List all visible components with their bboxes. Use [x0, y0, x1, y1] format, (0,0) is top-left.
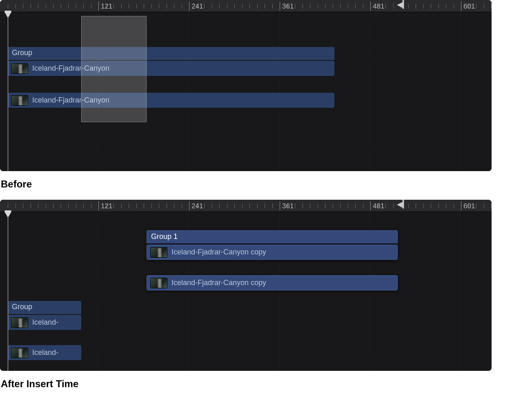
- ruler-tick-label: 481: [373, 2, 384, 11]
- timeline-ruler[interactable]: 121241361481601: [0, 200, 492, 212]
- clip-thumbnail: [11, 317, 28, 328]
- clip-thumbnail: [11, 95, 28, 106]
- group-header[interactable]: Group: [8, 47, 334, 60]
- clip-copy-2[interactable]: Iceland-Fjadrar-Canyon copy: [147, 275, 398, 290]
- ruler-tick-label: 601: [463, 2, 475, 11]
- out-point-marker-icon[interactable]: ◀▎: [397, 201, 408, 208]
- clip-thumbnail: [150, 278, 167, 288]
- ruler-tick-label: 361: [282, 2, 294, 11]
- clip-label: Iceland-Fjadrar-Canyon: [32, 64, 109, 73]
- playhead-head-icon[interactable]: [5, 212, 11, 218]
- group1-header[interactable]: Group 1: [147, 230, 398, 243]
- clip-label: Iceland-Fjadrar-Canyon: [32, 96, 109, 105]
- ruler-tick-label: 361: [282, 202, 294, 210]
- ruler-tick-label: 601: [463, 202, 475, 210]
- out-point-marker-icon[interactable]: ◀▎: [397, 1, 408, 8]
- playhead[interactable]: [8, 212, 8, 371]
- clip-thumbnail: [11, 63, 28, 74]
- clip-thumbnail: [150, 247, 167, 258]
- caption-before: Before: [0, 171, 532, 200]
- group-label: Group: [12, 303, 32, 311]
- ruler-tick-label: 121: [101, 202, 112, 210]
- clip-original-2[interactable]: Iceland-: [8, 345, 81, 360]
- clip-copy-1[interactable]: Iceland-Fjadrar-Canyon copy: [147, 245, 398, 260]
- clip-label: Iceland-: [32, 318, 58, 327]
- playhead[interactable]: [8, 12, 8, 171]
- clip-label: Iceland-Fjadrar-Canyon copy: [171, 279, 266, 287]
- clip-label: Iceland-Fjadrar-Canyon copy: [171, 248, 266, 256]
- ruler-tick-label: 241: [191, 202, 203, 210]
- group-label: Group: [12, 49, 32, 57]
- clip-original-1[interactable]: Iceland-: [8, 315, 81, 330]
- clip-iceland-1[interactable]: Iceland-Fjadrar-Canyon: [8, 61, 334, 76]
- caption-after: After Insert Time: [0, 371, 532, 399]
- ruler-tick-label: 121: [101, 2, 112, 11]
- clip-label: Iceland-: [32, 348, 58, 357]
- timeline-before[interactable]: /* placeholder so structure stays; actua…: [0, 0, 492, 171]
- playhead-head-icon[interactable]: [5, 12, 11, 18]
- ruler-tick-label: 241: [191, 2, 203, 11]
- ruler-tick-label: 481: [373, 202, 384, 210]
- clip-iceland-2[interactable]: Iceland-Fjadrar-Canyon: [8, 93, 334, 108]
- timeline-after[interactable]: 121241361481601 ◀▎ Group 1 Iceland-Fjadr…: [0, 200, 492, 371]
- timeline-ruler[interactable]: /* placeholder so structure stays; actua…: [0, 0, 492, 12]
- clip-thumbnail: [11, 348, 28, 358]
- group-original-header[interactable]: Group: [8, 301, 81, 314]
- group-label: Group 1: [151, 232, 178, 241]
